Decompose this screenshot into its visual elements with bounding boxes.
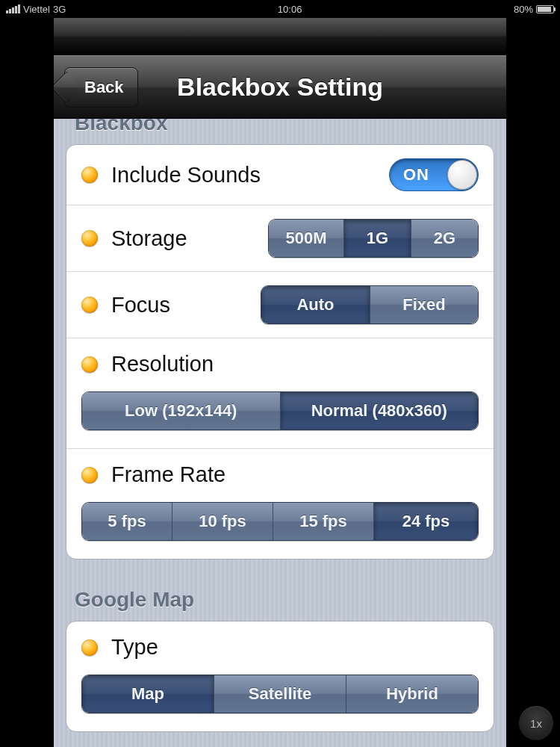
focus-label: Focus (111, 293, 261, 317)
resolution-option-low[interactable]: Low (192x144) (82, 392, 280, 430)
back-button-label: Back (84, 78, 124, 97)
clock: 10:06 (278, 4, 302, 15)
resolution-label: Resolution (111, 352, 479, 376)
map-type-option-hybrid[interactable]: Hybrid (346, 675, 478, 713)
bullet-icon (81, 167, 98, 183)
group-blackbox: Include Sounds ON Storage 500M 1G 2G (66, 144, 494, 560)
status-bar: Viettel 3G 10:06 80% (0, 0, 560, 18)
fps-option-5[interactable]: 5 fps (82, 503, 172, 540)
bullet-icon (81, 467, 98, 483)
include-sounds-label: Include Sounds (111, 163, 389, 187)
group-google-map: Type Map Satellite Hybrid (66, 621, 494, 732)
fps-option-10[interactable]: 10 fps (172, 503, 273, 540)
battery-icon (536, 5, 554, 13)
bullet-icon (81, 356, 98, 373)
map-type-label: Type (111, 635, 479, 660)
row-resolution: Resolution Low (192x144) Normal (480x360… (66, 338, 494, 448)
fps-option-24[interactable]: 24 fps (373, 503, 478, 540)
nav-bar: Back Blackbox Setting (54, 55, 506, 119)
storage-segmented: 500M 1G 2G (268, 219, 479, 258)
focus-segmented: Auto Fixed (261, 285, 479, 324)
focus-option-fixed[interactable]: Fixed (370, 286, 478, 323)
toggle-on-label: ON (403, 165, 429, 185)
resolution-option-normal[interactable]: Normal (480x360) (280, 392, 479, 430)
toggle-knob-icon (447, 160, 477, 190)
settings-content[interactable]: Blackbox Include Sounds ON Storage (54, 119, 506, 747)
zoom-label: 1x (530, 717, 542, 730)
map-type-segmented: Map Satellite Hybrid (81, 675, 479, 713)
signal-icon (6, 4, 20, 13)
bullet-icon (81, 230, 98, 247)
include-sounds-toggle[interactable]: ON (389, 158, 479, 191)
device-bezel-top (54, 18, 506, 55)
focus-option-auto[interactable]: Auto (261, 286, 370, 323)
frame-rate-segmented: 5 fps 10 fps 15 fps 24 fps (81, 502, 479, 541)
battery-label: 80% (514, 4, 533, 15)
resolution-segmented: Low (192x144) Normal (480x360) (81, 391, 479, 430)
row-storage: Storage 500M 1G 2G (66, 205, 494, 271)
zoom-badge[interactable]: 1x (518, 705, 554, 741)
frame-rate-label: Frame Rate (111, 462, 479, 487)
bullet-icon (81, 297, 98, 313)
row-map-type: Type Map Satellite Hybrid (66, 622, 494, 731)
map-type-option-map[interactable]: Map (82, 675, 214, 713)
storage-option-2g[interactable]: 2G (411, 220, 478, 257)
status-left: Viettel 3G (6, 4, 66, 15)
row-frame-rate: Frame Rate 5 fps 10 fps 15 fps 24 fps (66, 448, 494, 559)
row-include-sounds: Include Sounds ON (66, 145, 494, 205)
network-label: 3G (53, 4, 66, 15)
carrier-label: Viettel (23, 4, 50, 15)
storage-label: Storage (111, 226, 268, 251)
row-focus: Focus Auto Fixed (66, 271, 494, 338)
status-right: 80% (514, 4, 554, 15)
storage-option-1g[interactable]: 1G (343, 220, 411, 257)
section-header-blackbox: Blackbox (66, 119, 494, 144)
bullet-icon (81, 639, 98, 656)
app-window: Back Blackbox Setting Blackbox Include S… (54, 18, 506, 747)
back-button[interactable]: Back (64, 67, 138, 108)
storage-option-500m[interactable]: 500M (269, 220, 343, 257)
section-header-google-map: Google Map (66, 560, 494, 621)
map-type-option-satellite[interactable]: Satellite (214, 675, 346, 713)
fps-option-15[interactable]: 15 fps (273, 503, 373, 540)
